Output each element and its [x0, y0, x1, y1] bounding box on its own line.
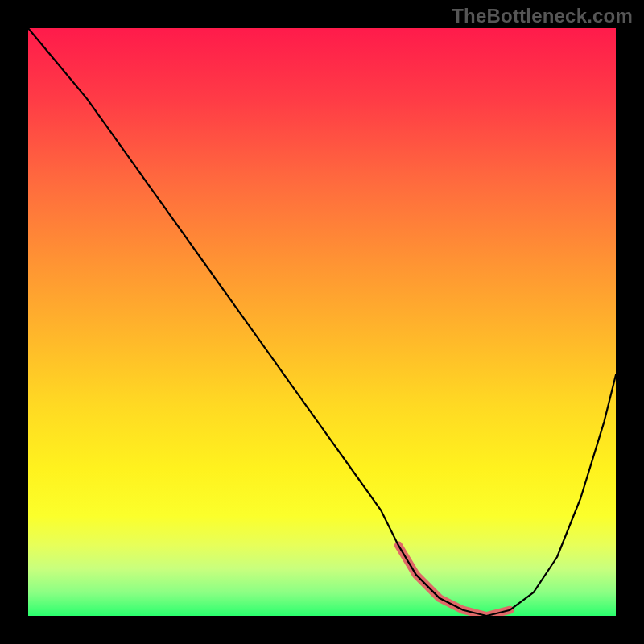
watermark-text: TheBottleneck.com [452, 5, 633, 27]
chart-frame: TheBottleneck.com [0, 0, 644, 644]
curve-svg [28, 28, 616, 616]
bottleneck-curve [28, 28, 616, 616]
plot-area [28, 28, 616, 616]
